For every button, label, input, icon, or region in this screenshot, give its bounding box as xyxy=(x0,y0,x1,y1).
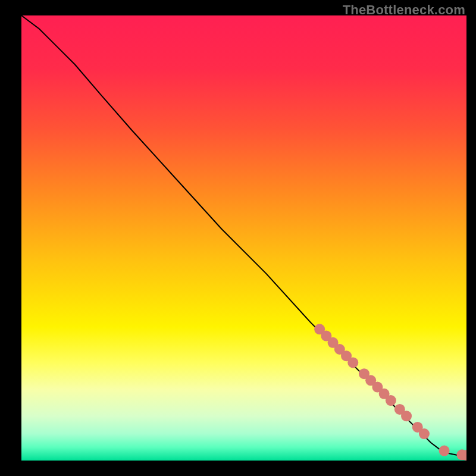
marker-point xyxy=(347,357,358,368)
marker-point xyxy=(439,446,450,456)
watermark-label: TheBottleneck.com xyxy=(343,2,465,18)
marker-point xyxy=(401,411,412,421)
gradient-background xyxy=(21,15,466,461)
chart-frame: TheBottleneck.com xyxy=(0,0,476,476)
plot-area xyxy=(21,15,466,461)
marker-point xyxy=(419,428,430,439)
marker-point xyxy=(386,395,396,406)
chart-svg xyxy=(21,15,466,461)
